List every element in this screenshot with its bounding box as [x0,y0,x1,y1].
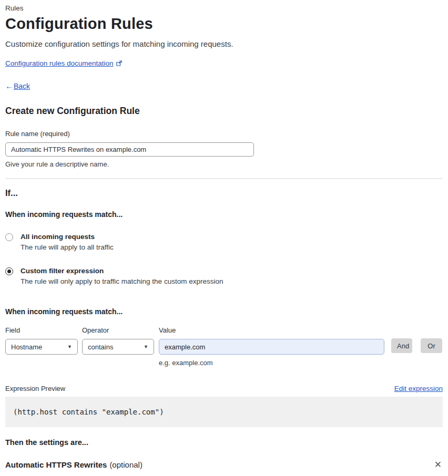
operator-select-value: contains [88,343,113,351]
expression-builder-heading: When incoming requests match... [5,307,443,316]
rule-name-label: Rule name (required) [5,130,443,138]
value-column-label: Value [159,326,384,334]
value-help-text: e.g. example.com [159,359,384,367]
rule-name-input[interactable] [5,142,254,157]
match-type-heading: When incoming requests match... [5,210,443,219]
field-select-value: Hostname [11,343,42,351]
edit-expression-link[interactable]: Edit expression [394,385,443,392]
radio-option-description: The rule will apply to all traffic [21,243,114,251]
documentation-link[interactable]: Configuration rules documentation [5,59,114,67]
back-link[interactable]: Back [14,82,30,90]
expression-code: (http.host contains "example.com") [13,408,164,416]
match-type-radio-group: All incoming requests The rule will appl… [5,233,443,285]
radio-option-description: The rule will only apply to traffic matc… [21,277,223,285]
radio-icon[interactable] [5,233,13,241]
setting-name: Automatic HTTPS Rewrites [5,460,107,469]
and-button[interactable]: And [391,338,412,353]
field-column-label: Field [5,326,78,334]
page-title: Configuration Rules [5,15,443,33]
rule-name-help: Give your rule a descriptive name. [5,160,443,168]
radio-option-label: All incoming requests [21,233,114,241]
setting-optional-label: (optional) [109,460,142,469]
configuration-rules-page: Rules Configuration Rules Customize conf… [0,0,448,476]
external-link-icon [116,60,122,66]
radio-icon[interactable] [5,267,13,275]
operator-column-label: Operator [82,326,154,334]
expression-builder-row: Field Hostname ▼ Operator contains ▼ Val… [5,326,443,367]
then-settings-heading: Then the settings are... [5,438,443,447]
operator-select[interactable]: contains ▼ [82,339,154,355]
chevron-down-icon: ▼ [67,344,72,349]
radio-option-all-incoming[interactable]: All incoming requests The rule will appl… [5,233,443,251]
create-rule-heading: Create new Configuration Rule [5,106,443,117]
expression-preview-code-block: (http.host contains "example.com") [5,397,443,427]
section-divider [5,178,443,179]
breadcrumb: Rules [5,4,443,12]
radio-option-custom-filter[interactable]: Custom filter expression The rule will o… [5,267,443,285]
expression-preview-label: Expression Preview [5,385,65,392]
if-heading: If... [5,188,443,198]
close-icon[interactable]: ✕ [433,459,443,470]
page-subtitle: Customize configuration settings for mat… [5,39,443,48]
chevron-down-icon: ▼ [144,344,148,349]
or-button[interactable]: Or [421,338,442,353]
setting-header-row: Automatic HTTPS Rewrites (optional) ✕ [5,459,443,470]
back-arrow-icon: ← [5,81,13,90]
value-input[interactable] [159,339,384,355]
field-select[interactable]: Hostname ▼ [5,339,78,355]
radio-option-label: Custom filter expression [21,267,223,275]
